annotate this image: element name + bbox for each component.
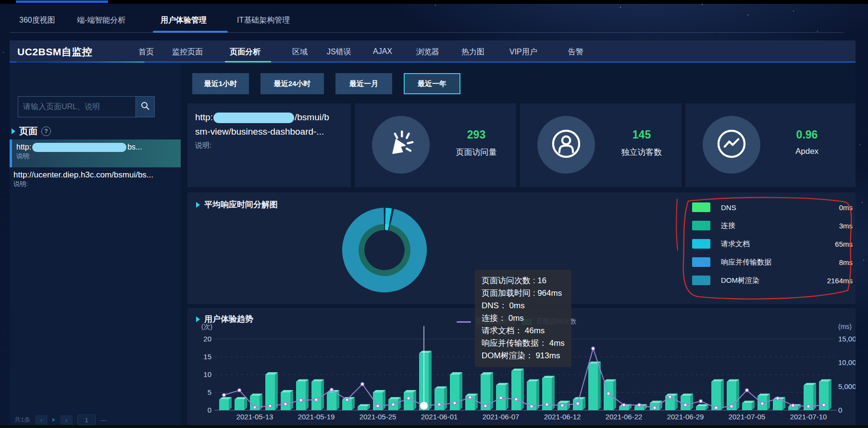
card-url-line2: sm-view/business-dashboard-...	[195, 125, 343, 139]
card-desc-label: 说明:	[195, 141, 343, 150]
unique-visitors-label: 独立访客数	[602, 147, 682, 158]
legend-label: 请求文档	[721, 239, 835, 249]
svg-text:10: 10	[203, 370, 211, 378]
legend-row-connect[interactable]: 连接 3ms	[692, 216, 853, 235]
legend-value: 0ms	[839, 203, 853, 212]
click-icon	[386, 129, 416, 161]
breakdown-legend: DNS 0ms 连接 3ms 请求文档 65ms 响应并传输数据 8ms DOM…	[692, 198, 853, 290]
legend-value: 2164ms	[827, 277, 853, 285]
legend-value: 8ms	[839, 258, 853, 266]
sidebar-pagination: 共1条 ‹ › 1 —	[14, 415, 175, 425]
subnav-tab-region[interactable]: 区域	[292, 47, 308, 57]
search-button[interactable]	[136, 96, 155, 117]
trend-icon	[716, 128, 747, 162]
pagination-dash: —	[100, 416, 107, 424]
subnav-tab-browser[interactable]: 浏览器	[416, 47, 439, 57]
tooltip-line: DNS： 0ms	[482, 300, 565, 312]
apdex-label: Apdex	[767, 147, 847, 156]
svg-text:0: 0	[208, 406, 211, 414]
legend-label: 响应并传输数据	[721, 258, 839, 267]
caret-right-icon	[12, 128, 15, 134]
page-number-input[interactable]: 1	[77, 415, 96, 425]
top-edge-accent	[16, 0, 108, 3]
redaction-scribble	[213, 113, 294, 123]
apdex-card: 0.96 Apdex	[685, 103, 856, 187]
selected-url-card: http:/bsmui/b sm-view/business-dashboard…	[187, 103, 351, 187]
subnav-tab-monitor-pages[interactable]: 监控页面	[172, 47, 203, 57]
top-tab-it-infrastructure[interactable]: IT基础架构管理	[237, 15, 290, 25]
pagination-total: 共1条	[14, 415, 30, 424]
svg-text:5: 5	[208, 388, 211, 396]
top-edge-strip	[0, 0, 868, 4]
redaction-scribble	[32, 143, 126, 152]
app-title: UC2BSM自监控	[17, 45, 92, 59]
stat-icon-circle	[703, 116, 760, 174]
legend-value: 65ms	[835, 240, 853, 248]
svg-text:5,000: 5,000	[838, 382, 856, 390]
svg-text:2021-05-25: 2021-05-25	[360, 413, 397, 421]
top-nav-divider	[10, 32, 844, 33]
svg-text:2021-07-05: 2021-07-05	[729, 413, 766, 421]
legend-label: DOM树渲染	[721, 276, 827, 285]
bottom-edge-strip	[0, 425, 868, 428]
legend-row-dom-render[interactable]: DOM树渲染 2164ms	[692, 271, 853, 290]
subnav-tab-home[interactable]: 首页	[138, 47, 154, 57]
unique-visitors-value: 145	[606, 128, 678, 141]
subnav-tab-js-errors[interactable]: JS错误	[327, 47, 351, 57]
page-desc-label: 说明:	[13, 180, 175, 189]
svg-text:2021-06-01: 2021-06-01	[421, 413, 458, 421]
legend-row-response-transfer[interactable]: 响应并传输数据 8ms	[692, 253, 853, 271]
legend-swatch	[692, 239, 710, 249]
page-views-value: 293	[440, 128, 512, 141]
pages-section-header: 页面 ?	[12, 125, 51, 138]
page-list-item[interactable]: http://ucenter.diep.h3c.com/bsmui/bs... …	[13, 170, 175, 193]
user-icon	[550, 128, 582, 162]
legend-row-request-doc[interactable]: 请求文档 65ms	[692, 235, 853, 253]
svg-text:(ms): (ms)	[838, 323, 852, 330]
top-tab-user-experience[interactable]: 用户体验管理	[161, 15, 207, 25]
unique-visitors-card: 145 独立访客数	[520, 103, 682, 187]
svg-text:15: 15	[203, 352, 211, 361]
top-tab-360-view[interactable]: 360度视图	[19, 15, 55, 25]
subnav-tab-heatmap[interactable]: 热力图	[461, 47, 484, 57]
page-views-label: 页面访问量	[436, 147, 516, 158]
page-url-redacted: http:bs...	[16, 143, 176, 152]
svg-text:2021-06-22: 2021-06-22	[606, 413, 643, 421]
search-input[interactable]	[18, 96, 136, 117]
pages-section-title: 页面	[19, 125, 37, 138]
tooltip-line: 请求文档： 46ms	[482, 325, 565, 337]
svg-text:2021-06-12: 2021-06-12	[544, 413, 581, 421]
dashboard-page: 360度视图 端-端智能分析 用户体验管理 IT基础架构管理 UC2BSM自监控…	[0, 0, 868, 428]
svg-text:2021-06-29: 2021-06-29	[667, 413, 704, 421]
legend-swatch	[692, 257, 710, 267]
legend-label: DNS	[721, 203, 839, 212]
range-button-1month[interactable]: 最近一月	[335, 73, 392, 94]
apdex-value: 0.96	[771, 128, 843, 141]
next-page-button[interactable]: ›	[60, 415, 73, 425]
tooltip-line: 响应并传输数据： 4ms	[482, 337, 565, 350]
range-button-24h[interactable]: 最近24小时	[260, 73, 324, 94]
subnav-tab-ajax[interactable]: AJAX	[373, 47, 392, 56]
legend-swatch	[692, 276, 710, 285]
tooltip-line: DOM树渲染： 913ms	[482, 350, 565, 362]
range-button-1year[interactable]: 最近一年	[404, 73, 460, 94]
caret-icon	[52, 418, 55, 422]
help-icon[interactable]: ?	[41, 126, 51, 136]
svg-text:2021-07-10: 2021-07-10	[790, 413, 827, 421]
top-tab-e2e-analysis[interactable]: 端-端智能分析	[77, 15, 125, 25]
page-views-card: 293 页面访问量	[355, 103, 516, 187]
tooltip-line: 页面加载时间 : 964ms	[482, 287, 565, 300]
svg-text:2021-05-13: 2021-05-13	[236, 413, 273, 421]
subnav-tab-page-analysis[interactable]: 页面分析	[230, 47, 260, 57]
subnav-tab-alerts[interactable]: 告警	[568, 47, 583, 57]
page-list-item-selected[interactable]: http:bs... 说明:	[10, 139, 181, 167]
card-url-line1: http:/bsmui/b	[195, 110, 343, 125]
range-button-1h[interactable]: 最近1小时	[192, 73, 249, 94]
legend-label: 连接	[721, 221, 839, 230]
legend-row-dns[interactable]: DNS 0ms	[692, 198, 853, 216]
legend-swatch	[692, 221, 710, 230]
subnav-tab-vip-users[interactable]: VIP用户	[509, 47, 537, 57]
prev-page-button[interactable]: ‹	[35, 415, 48, 425]
svg-text:2021-05-19: 2021-05-19	[298, 413, 335, 421]
chart-tooltip: 页面访问次数 : 16 页面加载时间 : 964ms DNS： 0ms 连接： …	[475, 270, 571, 367]
